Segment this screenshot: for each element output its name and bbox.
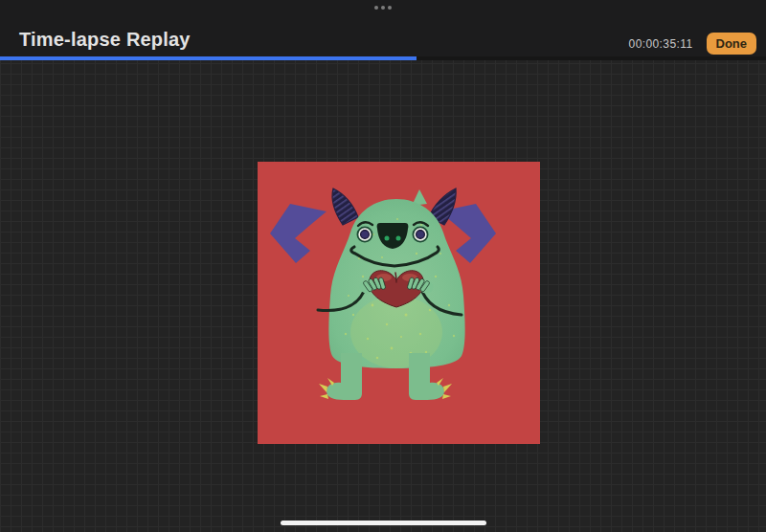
home-indicator[interactable] — [281, 521, 486, 525]
replay-progress-bar[interactable] — [0, 56, 766, 60]
multitasking-dots-icon[interactable] — [374, 6, 392, 10]
timecode-readout: 00:00:35:11 — [629, 38, 693, 50]
header-right-group: 00:00:35:11 Done — [629, 33, 756, 55]
header-bar: Time-lapse Replay 00:00:35:11 Done — [0, 0, 766, 60]
artwork-canvas[interactable] — [258, 162, 540, 444]
left-nostril — [385, 236, 390, 241]
timelapse-replay-screen: Time-lapse Replay 00:00:35:11 Done — [0, 0, 766, 532]
replay-progress-fill — [0, 56, 417, 60]
right-pupil — [417, 231, 425, 239]
done-button[interactable]: Done — [707, 33, 757, 55]
monster-artwork — [258, 162, 540, 444]
left-pupil — [361, 231, 370, 239]
page-title: Time-lapse Replay — [19, 30, 191, 49]
right-nostril — [396, 236, 401, 241]
